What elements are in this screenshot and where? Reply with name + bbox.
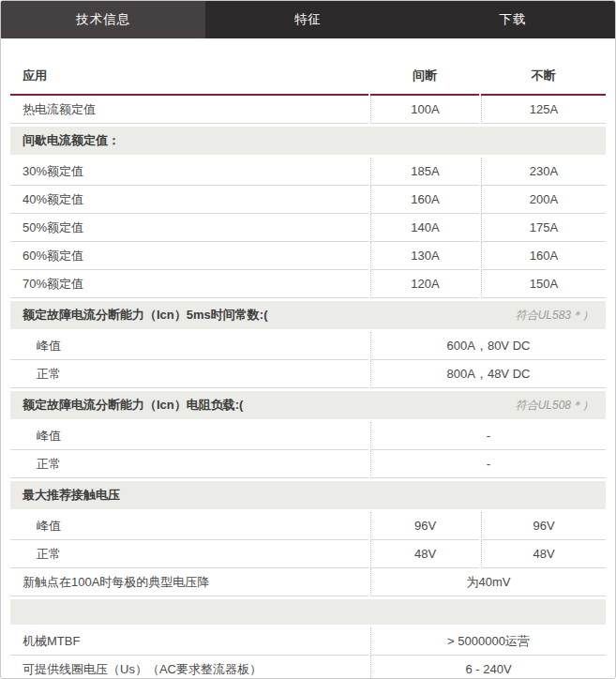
table-row: 50%额定值140A175A <box>10 214 606 242</box>
table-row: 峰值600A，80V DC <box>10 332 606 360</box>
row-value-continuous: 150A <box>481 270 606 298</box>
row-label: 机械MTBF <box>10 627 368 656</box>
table-row: 可提供线圈电压（Us）（AC要求整流器板）6 - 240V <box>10 656 606 679</box>
row-label: 50%额定值 <box>10 214 368 242</box>
section-header-row: 额定故障电流分断能力（Icn）5ms时间常数:(符合UL583＊） <box>10 301 606 329</box>
header-application: 应用 <box>10 60 368 96</box>
table-row: 40%额定值160A200A <box>10 186 606 214</box>
table-row: 正常- <box>10 450 606 478</box>
row-value-intermittent: 100A <box>370 96 479 124</box>
section-header-row: 额定故障电流分断能力（Icn）电阻负载:(符合UL508＊） <box>10 391 606 419</box>
tab-downloads[interactable]: 下载 <box>411 1 615 38</box>
row-value-continuous: 48V <box>481 540 606 568</box>
row-label: 热电流额定值 <box>10 96 368 124</box>
row-value-continuous: 230A <box>481 158 606 186</box>
table-row: 热电流额定值100A125A <box>10 96 606 124</box>
row-value-continuous: 175A <box>481 214 606 242</box>
spec-page: 技术信息特征下载 应用 间断 不断 热电流额定值100A125A间歇电流额定值：… <box>0 0 616 679</box>
row-value-intermittent: 130A <box>370 242 479 270</box>
table-row: 峰值96V96V <box>10 512 606 540</box>
tab-bar: 技术信息特征下载 <box>1 1 615 38</box>
section-compliance-note: 符合UL508＊） <box>516 398 593 414</box>
tab-technical-info[interactable]: 技术信息 <box>1 1 205 38</box>
row-value-intermittent: 96V <box>370 512 479 540</box>
row-value-intermittent: 160A <box>370 186 479 214</box>
row-value-continuous: 125A <box>481 96 606 124</box>
row-value-intermittent: 185A <box>370 158 479 186</box>
table-row: 正常48V48V <box>10 540 606 568</box>
header-continuous: 不断 <box>481 60 606 96</box>
table-body: 热电流额定值100A125A间歇电流额定值：30%额定值185A230A40%额… <box>10 96 606 679</box>
section-compliance-note: 符合UL583＊） <box>516 308 593 324</box>
section-label: 间歇电流额定值： <box>23 132 120 149</box>
spec-table: 应用 间断 不断 热电流额定值100A125A间歇电流额定值：30%额定值185… <box>1 60 615 679</box>
table-row: 新触点在100A时每极的典型电压降为40mV <box>10 568 606 596</box>
row-label: 正常 <box>10 450 368 478</box>
row-value-continuous: 200A <box>481 186 606 214</box>
section-label: 额定故障电流分断能力（Icn）5ms时间常数:( <box>23 307 267 324</box>
table-row: 正常800A，48V DC <box>10 360 606 388</box>
section-header-row: 最大推荐接触电压 <box>10 481 606 509</box>
row-label: 可提供线圈电压（Us）（AC要求整流器板） <box>10 656 368 679</box>
section-label: 额定故障电流分断能力（Icn）电阻负载:( <box>23 397 243 414</box>
header-intermittent: 间断 <box>370 60 479 96</box>
row-value-span: - <box>370 450 606 478</box>
row-value-continuous: 96V <box>481 512 606 540</box>
row-label: 新触点在100A时每极的典型电压降 <box>10 568 368 596</box>
tab-features[interactable]: 特征 <box>205 1 410 38</box>
table-row: 30%额定值185A230A <box>10 158 606 186</box>
row-value-span: 6 - 240V <box>370 656 606 679</box>
row-value-continuous: 160A <box>481 242 606 270</box>
row-value-intermittent: 140A <box>370 214 479 242</box>
table-header-row: 应用 间断 不断 <box>10 60 606 96</box>
row-value-span: 600A，80V DC <box>370 332 606 360</box>
table-row: 60%额定值130A160A <box>10 242 606 270</box>
row-value-span: 800A，48V DC <box>370 360 606 388</box>
section-header-row: 间歇电流额定值： <box>10 127 606 155</box>
row-label: 40%额定值 <box>10 186 368 214</box>
row-value-span: 为40mV <box>370 568 606 596</box>
table-row: 峰值- <box>10 422 606 450</box>
row-value-span: - <box>370 422 606 450</box>
row-label: 70%额定值 <box>10 270 368 298</box>
row-label: 正常 <box>10 360 368 388</box>
row-label: 峰值 <box>10 422 368 450</box>
row-label: 正常 <box>10 540 368 568</box>
row-label: 30%额定值 <box>10 158 368 186</box>
section-header-row <box>10 599 606 625</box>
row-value-span: > 5000000运营 <box>370 627 606 656</box>
row-value-intermittent: 120A <box>370 270 479 298</box>
row-label: 峰值 <box>10 512 368 540</box>
row-value-intermittent: 48V <box>370 540 479 568</box>
section-label: 最大推荐接触电压 <box>23 487 120 504</box>
row-label: 峰值 <box>10 332 368 360</box>
table-row: 70%额定值120A150A <box>10 270 606 298</box>
row-label: 60%额定值 <box>10 242 368 270</box>
table-row: 机械MTBF> 5000000运营 <box>10 627 606 656</box>
